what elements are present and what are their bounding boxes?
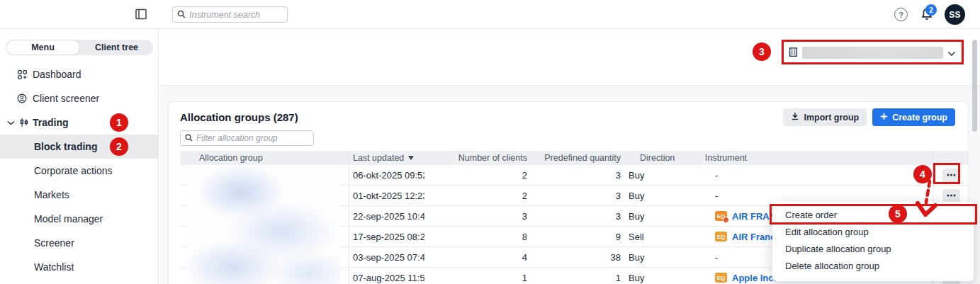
clients-cell: 2	[424, 165, 531, 185]
col-actions	[933, 151, 969, 165]
last-updated-cell: 17-sep-2025 08:22:41	[349, 227, 424, 246]
sort-desc-icon	[408, 156, 414, 160]
annotation-step-4: 4	[913, 165, 932, 183]
sidebar-item-screener[interactable]: Screener	[0, 231, 158, 255]
topbar: ? 2 SS	[0, 0, 980, 29]
menu-item-create-order[interactable]: Create order	[772, 206, 974, 223]
panel-title: Allocation groups (287)	[180, 111, 298, 123]
instrument-link[interactable]: Apple Inc.	[732, 273, 776, 283]
redacted-account-value	[802, 47, 943, 59]
col-number-of-clients[interactable]: Number of clients	[424, 151, 531, 165]
last-updated-cell: 07-aug-2025 11:56:19	[349, 268, 424, 284]
sidebar-item-markets[interactable]: Markets	[0, 183, 158, 207]
quantity-cell: 9	[531, 227, 624, 246]
dashboard-icon	[17, 70, 27, 79]
direction-cell: Sell	[624, 227, 699, 246]
sidebar-item-dashboard[interactable]: Dashboard	[0, 62, 158, 86]
annotation-step-1: 1	[110, 113, 128, 132]
direction-cell: Buy	[624, 206, 699, 226]
direction-cell: Buy	[624, 165, 699, 185]
sidebar-toggle-icon[interactable]	[135, 8, 147, 21]
sidebar-item-client-screener[interactable]: Client screener	[0, 86, 158, 110]
quantity-cell: 38	[531, 247, 624, 267]
person-circle-icon	[17, 93, 27, 103]
user-avatar[interactable]: SS	[945, 4, 965, 25]
last-updated-cell: 22-sep-2025 10:40:21	[349, 206, 424, 226]
sidebar-item-block-trading[interactable]: Block trading	[0, 135, 158, 159]
col-direction[interactable]: Direction	[624, 151, 699, 165]
clients-cell: 2	[424, 186, 531, 205]
col-predefined-quantity[interactable]: Predefined quantity	[531, 151, 624, 165]
quantity-cell: 3	[531, 165, 624, 185]
quantity-cell: 3	[531, 206, 624, 226]
menu-item-edit-allocation-group[interactable]: Edit allocation group	[772, 223, 974, 240]
direction-cell: Buy	[624, 186, 699, 205]
equity-option-badge: EQ	[715, 211, 727, 221]
filter-allocation-group[interactable]	[180, 130, 314, 146]
instrument-search-input[interactable]	[189, 10, 283, 20]
search-icon	[177, 8, 186, 21]
col-last-updated[interactable]: Last updated	[349, 151, 424, 165]
quantity-cell: 1	[531, 268, 624, 284]
col-allocation-group[interactable]: Allocation group	[180, 151, 349, 165]
trading-candlestick-icon	[19, 118, 29, 127]
sidebar-item-trading[interactable]: Trading	[0, 110, 158, 135]
vertical-scrollbar-thumb[interactable]	[972, 40, 977, 132]
instrument-cell: -	[699, 165, 933, 185]
col-instrument[interactable]: Instrument	[699, 151, 933, 165]
panel-actions: Import group Create group	[783, 108, 955, 126]
direction-cell: Buy	[624, 268, 699, 284]
notification-count-badge: 2	[925, 4, 937, 16]
instrument-search[interactable]	[172, 6, 288, 23]
direction-cell: Buy	[624, 247, 699, 267]
quantity-cell: 3	[531, 186, 624, 205]
row-context-menu: Create order Edit allocation group Dupli…	[772, 202, 974, 281]
more-options-button[interactable]	[942, 189, 960, 203]
chevron-down-icon	[947, 47, 956, 59]
annotation-step-5: 5	[889, 205, 907, 223]
account-selector-dropdown[interactable]	[784, 43, 962, 62]
sidebar-nav: Dashboard Client screener Trading Block …	[0, 62, 158, 279]
clients-cell: 1	[424, 268, 531, 284]
more-options-button[interactable]	[942, 169, 960, 182]
annotation-step-3: 3	[753, 42, 771, 61]
equity-badge: EQ	[715, 273, 727, 283]
clients-cell: 4	[424, 247, 531, 267]
table-header-row: Allocation group Last updated Number of …	[180, 151, 969, 165]
sidebar-item-model-manager[interactable]: Model manager	[0, 207, 158, 231]
last-updated-cell: 06-okt-2025 09:52:25	[349, 165, 424, 185]
last-updated-cell: 03-sep-2025 07:42:15	[349, 247, 424, 267]
chevron-down-icon	[6, 120, 16, 125]
sidebar-mode-switcher: Menu Client tree	[6, 40, 153, 55]
clients-cell: 3	[424, 206, 531, 226]
equity-badge: EQ	[715, 232, 727, 242]
building-icon	[789, 47, 798, 59]
import-group-button[interactable]: Import group	[783, 108, 867, 126]
sidebar: Menu Client tree Dashboard Client screen…	[0, 29, 159, 284]
annotation-step-2: 2	[110, 137, 128, 156]
tab-client-tree[interactable]: Client tree	[80, 40, 153, 55]
menu-item-duplicate-allocation-group[interactable]: Duplicate allocation group	[772, 240, 974, 257]
plus-icon	[880, 113, 888, 123]
redacted-blur-overlay	[187, 166, 340, 284]
sidebar-item-watchlist[interactable]: Watchlist	[0, 255, 158, 279]
app-window: ? 2 SS Menu Client tree Dashboard	[0, 0, 980, 284]
search-icon	[185, 132, 193, 144]
filter-allocation-group-input[interactable]	[196, 133, 309, 143]
clients-cell: 8	[424, 227, 531, 246]
tab-menu[interactable]: Menu	[6, 40, 80, 55]
sidebar-item-corporate-actions[interactable]: Corporate actions	[0, 159, 158, 183]
menu-item-delete-allocation-group[interactable]: Delete allocation group	[772, 257, 974, 274]
last-updated-cell: 01-okt-2025 12:23:23	[349, 186, 424, 205]
help-icon[interactable]: ?	[894, 8, 908, 21]
download-icon	[791, 112, 799, 123]
create-group-button[interactable]: Create group	[872, 108, 955, 126]
